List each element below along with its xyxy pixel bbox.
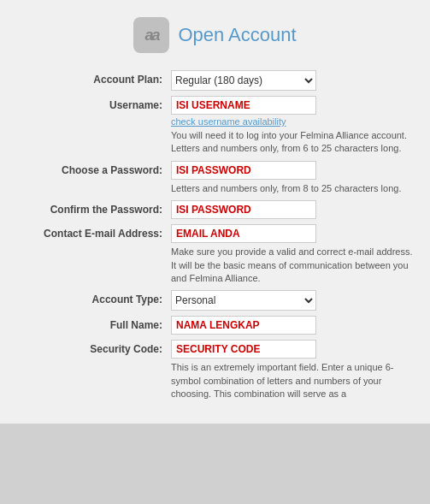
account-plan-select[interactable]: Regular (180 days)Premium (365 days)Basi…	[171, 70, 316, 91]
password-input[interactable]	[171, 161, 316, 180]
security-code-label: Security Code:	[17, 340, 171, 355]
username-row: Username: check username availability Yo…	[17, 96, 413, 156]
email-input[interactable]	[171, 224, 316, 243]
email-label: Contact E-mail Address:	[17, 224, 171, 240]
registration-form: Account Plan: Regular (180 days)Premium …	[17, 70, 413, 401]
email-row: Contact E-mail Address: Make sure you pr…	[17, 224, 413, 285]
security-code-hint: This is an extremely important field. En…	[171, 361, 413, 400]
email-input-cell: Make sure you provide a valid and correc…	[171, 224, 413, 285]
username-input-cell: check username availability You will nee…	[171, 96, 413, 156]
security-code-input[interactable]	[171, 340, 316, 359]
check-username-link[interactable]: check username availability	[171, 116, 413, 127]
security-code-input-cell: This is an extremely important field. En…	[171, 340, 413, 400]
account-type-select[interactable]: PersonalBusinessCorporate	[171, 290, 316, 311]
fullname-row: Full Name:	[17, 316, 413, 335]
account-plan-label: Account Plan:	[17, 70, 171, 86]
username-input[interactable]	[171, 96, 316, 115]
fullname-input-cell	[171, 316, 413, 335]
email-hint: Make sure you provide a valid and correc…	[171, 246, 413, 285]
fullname-label: Full Name:	[17, 316, 171, 331]
page-title: Open Account	[178, 24, 296, 46]
account-plan-row: Account Plan: Regular (180 days)Premium …	[17, 70, 413, 91]
password-row: Choose a Password: Letters and numbers o…	[17, 161, 413, 195]
account-type-input-cell: PersonalBusinessCorporate	[171, 290, 413, 311]
username-hint: You will need it to log into your Felmin…	[171, 129, 413, 156]
password-input-cell: Letters and numbers only, from 8 to 25 c…	[171, 161, 413, 195]
password-hint: Letters and numbers only, from 8 to 25 c…	[171, 182, 413, 195]
security-code-row: Security Code: This is an extremely impo…	[17, 340, 413, 400]
password-label: Choose a Password:	[17, 161, 171, 176]
account-type-label: Account Type:	[17, 290, 171, 305]
account-type-row: Account Type: PersonalBusinessCorporate	[17, 290, 413, 311]
page-container: aa Open Account Account Plan: Regular (1…	[0, 0, 430, 424]
account-plan-input-cell: Regular (180 days)Premium (365 days)Basi…	[171, 70, 413, 91]
username-label: Username:	[17, 96, 171, 111]
app-logo: aa	[133, 17, 169, 53]
confirm-password-input[interactable]	[171, 200, 316, 219]
fullname-input[interactable]	[171, 316, 316, 335]
page-header: aa Open Account	[17, 17, 413, 53]
confirm-password-input-cell	[171, 200, 413, 219]
confirm-password-row: Confirm the Password:	[17, 200, 413, 219]
confirm-password-label: Confirm the Password:	[17, 200, 171, 216]
